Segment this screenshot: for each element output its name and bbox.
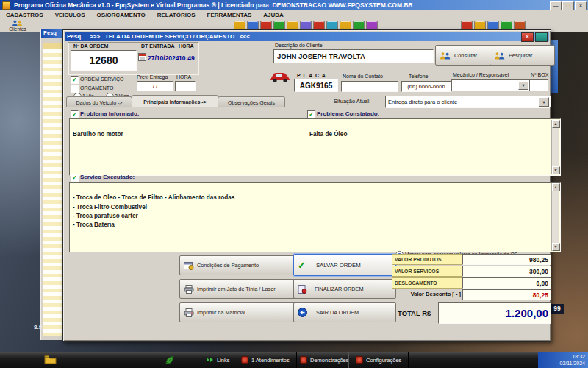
client-name-field[interactable]: JOHN JOSEPH TRAVOLTA [273, 49, 434, 63]
leaf-icon[interactable] [165, 355, 175, 365]
print-matrix-label: Imprimir na Matricial [197, 309, 245, 316]
menu-cadastros[interactable]: CADASTROS [0, 12, 49, 18]
entry-time-value: 10:49 [179, 54, 195, 62]
taskbar-clock: 18:32 02/11/2024 [538, 352, 588, 368]
status-icon [241, 356, 248, 364]
scroll-up-icon[interactable]: ▲ [552, 183, 560, 191]
tab-principais-informacoes[interactable]: Principais Informações -> [132, 95, 218, 107]
exit-order-button[interactable]: SAIR DA ORDEM [293, 302, 396, 322]
pesquisar-button[interactable]: Pesquisar [490, 45, 555, 66]
menu-os-orcamento[interactable]: OS/ORÇAMENTO [91, 12, 151, 18]
chevron-down-icon[interactable]: ▼ [518, 81, 528, 90]
maximize-icon[interactable]: □ [562, 1, 574, 10]
links-label[interactable]: Links [217, 357, 230, 364]
menu-relatorios[interactable]: RELATÓRIOS [151, 12, 201, 18]
products-value-field[interactable]: 980,25 [462, 254, 551, 265]
total-value-field[interactable]: 1.200,00 [438, 302, 551, 324]
printer-icon [184, 308, 194, 317]
phone-label: Telefone [409, 74, 428, 79]
exit-order-label: SAIR DA ORDEM [316, 309, 359, 316]
box-number-label: Nº BOX [531, 72, 548, 77]
problema-constatado-textarea[interactable]: Falta de Óleo ▲ ▼ [306, 118, 561, 176]
taskbar-button-configuracoes[interactable]: Configurações [348, 352, 409, 368]
menu-ferramentas[interactable]: FERRAMENTAS [201, 12, 258, 18]
services-value-field[interactable]: 300,00 [462, 266, 551, 277]
taskbar-button-label: Configurações [366, 357, 401, 364]
scroll-up-icon[interactable]: ▲ [552, 120, 560, 128]
dialog-help-button[interactable] [535, 32, 548, 42]
folder-icon[interactable] [44, 355, 57, 364]
entry-date-label: DT ENTRADA [141, 43, 175, 49]
contact-name-field[interactable] [341, 81, 398, 92]
links-area: Links [206, 352, 230, 368]
mechanic-label: Mecânico / Responsável [453, 72, 509, 77]
status-icon [356, 356, 363, 364]
people-icon [494, 52, 506, 60]
service-order-checkbox[interactable]: ✓ [71, 76, 79, 84]
print-inkjet-label: Imprimir em Jato de Tinta / Laser [197, 286, 276, 292]
problema-informado-text: Barulho no motor [73, 131, 123, 138]
consultar-button[interactable]: Consultar [435, 45, 494, 66]
servico-executado-label: Servico Executado: [80, 174, 135, 180]
servico-executado-checkbox[interactable]: ✓ [71, 174, 79, 182]
dialog-close-icon[interactable]: × [521, 32, 534, 42]
print-matrix-button[interactable]: Imprimir na Matricial [179, 302, 297, 322]
problema-informado-label: Problema Informado: [80, 110, 139, 117]
tab-observacoes-gerais[interactable]: Observações Gerais [218, 96, 285, 107]
box-number-field[interactable] [529, 79, 548, 91]
services-value-label: VALOR SERVICOS [392, 266, 465, 277]
order-number-field[interactable]: 12680 [71, 50, 137, 71]
entry-date-value: 27/10/2024 [148, 54, 179, 62]
check-icon: ✓ [298, 260, 306, 271]
save-order-label: SALVAR ORDEM [316, 262, 361, 269]
displacement-value-field[interactable]: 0,00 [462, 277, 551, 289]
payment-conditions-button[interactable]: Condições de Pagamento [179, 255, 297, 275]
taskbar-button-demonstracoes[interactable]: Demonstrações [293, 352, 356, 368]
delivery-time-field[interactable] [175, 81, 196, 91]
service-order-dialog: Pesq >>> TELA DA ORDEM DE SERVIÇO / ORÇA… [62, 29, 551, 342]
finalize-order-label: FINALIZAR ORDEM [315, 286, 364, 292]
servico-executado-textarea[interactable]: - Troca de Oleo - Troca de Filtro - Alin… [69, 182, 561, 252]
problema-informado-textarea[interactable]: Barulho no motor ▲ ▼ [69, 118, 318, 176]
scrollbar[interactable]: ▲ ▼ [551, 120, 559, 174]
printer-icon [184, 285, 194, 294]
client-description-label: Descrição do Cliente [275, 43, 323, 48]
taskbar-button-label: Demonstrações [310, 357, 349, 364]
delivery-forecast-field[interactable]: / / [137, 81, 173, 91]
screen: Programa Oficina Mecânica v1.0 - FpqSyst… [0, 0, 588, 368]
problema-constatado-checkbox[interactable]: ✓ [307, 110, 315, 118]
background-window-title-fragment: Pesq [67, 33, 81, 40]
payment-conditions-label: Condições de Pagamento [197, 262, 259, 269]
menu-ajuda[interactable]: AJUDA [257, 12, 290, 18]
scroll-down-icon[interactable]: ▼ [552, 166, 560, 174]
menu-veiculos[interactable]: VEICULOS [49, 12, 91, 18]
close-icon[interactable]: × [575, 1, 587, 10]
taskbar-button-atendimentos[interactable]: 1 Atendimentos [234, 352, 297, 368]
save-order-button[interactable]: ✓ SALVAR ORDEM [293, 254, 396, 276]
phone-field[interactable]: (66) 6666-6666 [401, 81, 451, 92]
chevrons-icon [206, 357, 215, 363]
scroll-down-icon[interactable]: ▼ [552, 243, 560, 251]
problema-informado-checkbox[interactable]: ✓ [71, 110, 79, 118]
clock-time: 18:32 [572, 353, 585, 360]
tab-dados-veiculo[interactable]: Dados do Veiculo -> [66, 96, 132, 107]
delivery-forecast-label: Prev. Entrega [137, 74, 168, 79]
minimize-icon[interactable]: — [550, 1, 562, 10]
service-order-checkbox-label: ORDEM SERVIÇO [80, 77, 123, 82]
finalize-order-button[interactable]: FINALIZAR ORDEM [293, 279, 396, 299]
clientes-label: Clientes [9, 26, 26, 32]
app-icon [2, 1, 10, 10]
app-title: Programa Oficina Mecânica v1.0 - FpqSyst… [14, 1, 413, 9]
clientes-button[interactable]: Clientes [1, 19, 34, 32]
taskbar: Links 1 Atendimentos Demonstrações Confi… [0, 352, 588, 368]
budget-checkbox[interactable] [71, 85, 79, 93]
taskbar-button-label: 1 Atendimentos [251, 357, 290, 364]
scrollbar[interactable]: ▲ ▼ [551, 183, 559, 251]
pesquisar-label: Pesquisar [509, 52, 532, 59]
discount-value-field[interactable]: 80,25 [462, 289, 551, 300]
print-inkjet-button[interactable]: Imprimir em Jato de Tinta / Laser [179, 279, 297, 299]
people-icon [11, 20, 24, 26]
mechanic-dropdown[interactable]: ▼ [451, 79, 530, 91]
plate-field[interactable]: AGK9165 [294, 79, 338, 92]
chevron-down-icon[interactable]: ▼ [539, 97, 549, 107]
